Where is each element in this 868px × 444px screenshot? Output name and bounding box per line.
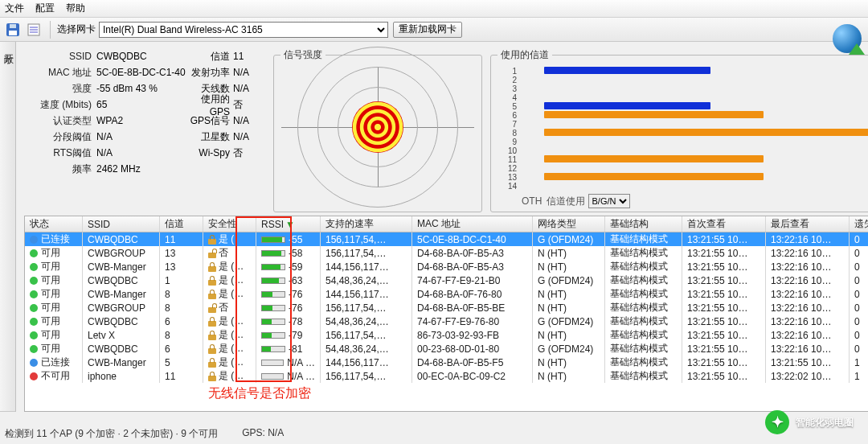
label-auth: 认证类型 — [24, 114, 96, 128]
table-row[interactable]: 可用CWB-Manger13是 (…-59144,156,117…D4-68-B… — [25, 260, 868, 273]
col-header[interactable]: 最后查看 — [766, 216, 850, 232]
table-row[interactable]: 已连接CWB-Manger5是 (…N/A …144,156,117…D4-68… — [25, 356, 868, 369]
col-header[interactable]: 遗失 — [850, 216, 868, 232]
value-sat: N/A — [233, 131, 265, 142]
sidebar-tab-1[interactable]: 敞开 — [2, 42, 15, 412]
value-ssid: CWBQDBC — [96, 51, 188, 62]
channel-mode-select[interactable]: B/G/N — [588, 194, 630, 208]
sidebar: 敞开 去掉 彩图 IP 连接 圣诞 — [0, 42, 16, 412]
value-channel: 11 — [233, 51, 265, 62]
label-ssid: SSID — [24, 51, 96, 62]
separator — [50, 21, 51, 39]
value-auth: WPA2 — [96, 115, 188, 126]
table-row[interactable]: 可用CWBGROUP13否-58156,117,54,…D4-68-BA-0F-… — [25, 246, 868, 260]
label-freq: 频率 — [24, 162, 96, 176]
col-header[interactable]: 网络类型 — [533, 216, 605, 232]
menubar: 文件 配置 帮助 — [0, 0, 868, 18]
col-header[interactable]: 信道 — [160, 216, 203, 232]
label-speed: 速度 (Mbits) — [24, 98, 96, 112]
menu-help[interactable]: 帮助 — [66, 2, 85, 15]
label-channel: 信道 — [188, 50, 233, 64]
label-strength: 强度 — [24, 82, 96, 96]
signal-strength-panel: 信号强度 — [273, 48, 482, 212]
save-icon[interactable] — [5, 22, 21, 38]
table-row[interactable]: 可用CWBQDBC1是 (…-6354,48,36,24,…74-67-F7-E… — [25, 273, 868, 287]
status-ap-count: 检测到 11 个AP (9 个加密 · 2 个未加密) · 9 个可用 — [5, 427, 218, 441]
value-gps: 否 — [233, 98, 265, 112]
label-frag: 分段阈值 — [24, 130, 96, 144]
menu-file[interactable]: 文件 — [5, 2, 24, 15]
details-panel: SSIDCWBQDBC信道11 MAC 地址5C-0E-8B-DC-C1-40发… — [24, 48, 265, 212]
lock-icon — [208, 262, 216, 272]
menu-config[interactable]: 配置 — [35, 2, 55, 15]
lock-icon — [208, 276, 216, 286]
value-speed: 65 — [96, 99, 188, 110]
label-mac: MAC 地址 — [24, 66, 96, 80]
lock-icon — [208, 344, 216, 354]
grid-body: 已连接CWBQDBC11是 (-55156,117,54,…5C-0E-8B-D… — [25, 232, 868, 383]
value-wispy: 否 — [233, 146, 265, 160]
label-wispy: Wi-Spy — [188, 147, 233, 158]
value-gpssig: N/A — [233, 115, 265, 126]
value-rts: N/A — [96, 147, 188, 158]
nic-label: 选择网卡 — [57, 23, 96, 36]
reload-nic-button[interactable]: 重新加载网卡 — [393, 22, 462, 38]
svg-rect-1 — [9, 31, 17, 35]
wechat-icon: ✦ — [765, 410, 789, 434]
value-strength: -55 dBm 43 % — [96, 83, 188, 94]
svg-rect-2 — [10, 24, 16, 28]
lock-icon — [208, 358, 216, 368]
table-row[interactable]: 可用CWBQDBC6是 (…-7854,48,36,24,…74-67-F7-E… — [25, 314, 868, 328]
channel-bars — [544, 67, 868, 191]
col-header[interactable]: 状态 — [25, 216, 83, 232]
col-header[interactable]: 安全性 — [203, 216, 256, 232]
ap-grid: 状态SSID信道安全性RSSI▼支持的速率MAC 地址网络类型基础结构首次查看最… — [24, 216, 868, 412]
signal-strength-title: 信号强度 — [280, 48, 326, 62]
channel-usage-title: 使用的信道 — [497, 48, 552, 62]
watermark-text: 智能化弱电圈 — [796, 416, 854, 430]
status-bar: 检测到 11 个AP (9 个加密 · 2 个未加密) · 9 个可用 GPS:… — [5, 427, 284, 441]
status-gps: GPS: N/A — [242, 427, 284, 441]
col-header[interactable]: 首次查看 — [682, 216, 766, 232]
lock-icon — [208, 372, 216, 381]
label-sat: 卫星数 — [188, 130, 233, 144]
col-header[interactable]: SSID — [83, 216, 160, 232]
toolbar: 选择网卡 Intel(R) Dual Band Wireless-AC 3165… — [0, 18, 868, 42]
table-row[interactable]: 可用CWBQDBC6是 (…-8154,48,36,24,…00-23-68-0… — [25, 342, 868, 356]
value-antenna: N/A — [233, 83, 265, 94]
grid-header: 状态SSID信道安全性RSSI▼支持的速率MAC 地址网络类型基础结构首次查看最… — [25, 216, 868, 232]
col-header[interactable]: 基础结构 — [605, 216, 682, 232]
radar-chart — [281, 67, 474, 187]
value-txpower: N/A — [233, 67, 265, 78]
channel-labels: 1234567891011121314 — [497, 67, 520, 191]
globe-icon[interactable] — [833, 24, 862, 53]
value-freq: 2462 MHz — [96, 163, 265, 175]
col-header[interactable]: 支持的速率 — [321, 216, 412, 232]
lock-icon — [208, 290, 216, 299]
annotation-text: 无线信号是否加密 — [208, 385, 311, 402]
lock-icon — [208, 317, 216, 327]
nic-select[interactable]: Intel(R) Dual Band Wireless-AC 3165 — [99, 22, 388, 38]
col-header[interactable]: MAC 地址 — [412, 216, 533, 232]
watermark: ✦ 智能化弱电圈 — [765, 410, 854, 434]
table-row[interactable]: 可用CWB-Manger8是 (…-76144,156,117…D4-68-BA… — [25, 287, 868, 301]
channel-use-label: 信道使用 — [547, 195, 585, 207]
sidebar-tab-2[interactable]: 去掉 — [0, 42, 2, 412]
lock-icon — [208, 235, 216, 245]
table-row[interactable]: 可用Letv X8是 (…-79156,117,54,…86-73-03-92-… — [25, 328, 868, 342]
lock-icon — [208, 249, 216, 258]
label-gpssig: GPS信号 — [188, 114, 233, 128]
table-row[interactable]: 已连接CWBQDBC11是 (-55156,117,54,…5C-0E-8B-D… — [25, 232, 868, 246]
notes-icon[interactable] — [26, 22, 42, 38]
table-row[interactable]: 不可用iphone11是 (…N/A …156,117,54,…00-EC-0A… — [25, 369, 868, 383]
col-header[interactable]: RSSI▼ — [256, 216, 321, 232]
label-rts: RTS阈值 — [24, 146, 96, 160]
value-mac: 5C-0E-8B-DC-C1-40 — [96, 67, 188, 78]
lock-icon — [208, 331, 216, 340]
table-row[interactable]: 可用CWBGROUP8否-76156,117,54,…D4-68-BA-0F-B… — [25, 301, 868, 314]
lock-icon — [208, 303, 216, 313]
channel-usage-panel: 使用的信道 1234567891011121314 OTH 信道使用 B/G/N — [490, 48, 868, 212]
label-txpower: 发射功率 — [188, 66, 233, 80]
value-frag: N/A — [96, 131, 188, 142]
oth-label: OTH — [522, 195, 542, 207]
